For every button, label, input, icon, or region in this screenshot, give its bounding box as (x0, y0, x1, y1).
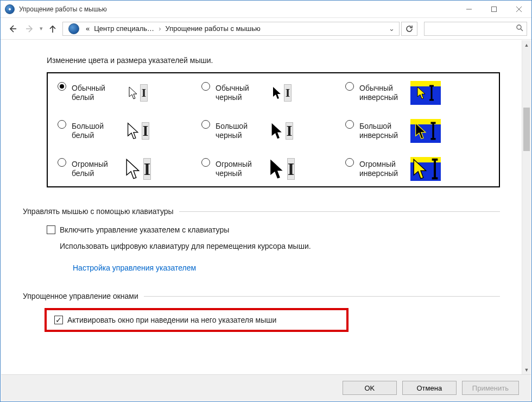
radio-regular-black[interactable] (201, 82, 210, 91)
group-heading-keyboard: Управлять мышью с помощью клавиатуры (23, 207, 174, 216)
radio-label: Огромныйбелый (72, 160, 117, 179)
pointer-option-regular-black[interactable]: Обычныйчерный I (201, 81, 345, 105)
back-button[interactable] (5, 21, 20, 36)
mouse-keys-description: Использовать цифровую клавиатуру для пер… (60, 242, 500, 250)
group-heading-windows: Упрощенное управление окнами (23, 292, 138, 300)
link-mouse-keys-settings[interactable]: Настройка управления указателем (73, 263, 500, 272)
checkbox-activate-on-hover-label: Активировать окно при наведении на него … (67, 316, 276, 324)
cursor-preview: I (123, 157, 153, 181)
titlebar: Упрощение работы с мышью (1, 1, 531, 18)
radio-extra-large-black[interactable] (201, 158, 210, 167)
cursor-preview (410, 81, 441, 105)
group-keyboard-control: Управлять мышью с помощью клавиатуры Вкл… (23, 207, 500, 272)
breadcrumb-item-2[interactable]: Упрощение работы с мышью (165, 24, 260, 33)
radio-label: Огромныйинверсный (359, 160, 405, 179)
radio-label: Огромныйчерный (216, 160, 261, 179)
radio-label: Обычныйинверсный (359, 84, 405, 103)
breadcrumb-item-1[interactable]: Центр специаль… (94, 24, 154, 33)
radio-regular-white[interactable] (58, 82, 66, 91)
radio-label: Большойинверсный (359, 122, 405, 141)
close-button[interactable] (506, 1, 531, 17)
radio-label: Обычныйбелый (72, 84, 117, 103)
search-icon[interactable] (516, 24, 523, 33)
pointer-option-extra-large-inverted[interactable]: Огромныйинверсный (345, 157, 489, 181)
pointer-option-regular-inverted[interactable]: Обычныйинверсный (345, 81, 489, 105)
radio-extra-large-white[interactable] (58, 158, 66, 167)
navbar: ▾ « Центр специаль… › Упрощение работы с… (1, 18, 531, 40)
radio-large-inverted[interactable] (345, 120, 354, 129)
radio-large-white[interactable] (58, 120, 66, 129)
radio-large-black[interactable] (201, 120, 210, 129)
section-heading-pointers-cutoff: X (22, 40, 509, 45)
pointer-section-description: Изменение цвета и размера указателей мыш… (47, 56, 509, 65)
vertical-scrollbar[interactable]: ▲ ▼ (522, 40, 531, 374)
checkbox-mouse-keys-label: Включить управление указателем с клавиат… (60, 225, 229, 234)
search-box[interactable] (424, 22, 527, 36)
radio-label: Обычныйчерный (216, 84, 261, 103)
window-controls (457, 1, 531, 17)
recent-dropdown-icon[interactable]: ▾ (40, 25, 43, 32)
radio-regular-inverted[interactable] (345, 82, 354, 91)
pointer-option-regular-white[interactable]: Обычныйбелый I (58, 81, 201, 105)
svg-line-8 (521, 29, 523, 31)
cursor-preview: I (267, 157, 297, 181)
checkbox-activate-on-hover-box[interactable] (54, 316, 63, 324)
breadcrumb-prefix: « (86, 24, 90, 33)
cancel-button[interactable]: Отмена (402, 381, 457, 395)
button-bar: OK Отмена Применить (1, 374, 531, 401)
refresh-button[interactable] (401, 22, 417, 36)
highlight-activate-on-hover: Активировать окно при наведении на него … (45, 308, 349, 332)
svg-rect-1 (492, 7, 497, 11)
group-window-management: Упрощенное управление окнами Активироват… (23, 292, 500, 332)
checkbox-mouse-keys-box[interactable] (47, 225, 55, 234)
control-panel-icon (68, 23, 79, 34)
radio-label: Большойбелый (72, 122, 117, 141)
pointer-option-large-inverted[interactable]: Большойинверсный (345, 119, 489, 143)
pointer-option-large-black[interactable]: Большойчерный I (201, 119, 345, 143)
search-input[interactable] (428, 24, 516, 33)
cursor-preview: I (267, 81, 297, 105)
content-area: X Изменение цвета и размера указателей м… (1, 40, 531, 374)
radio-extra-large-inverted[interactable] (345, 158, 354, 167)
ok-button[interactable]: OK (343, 381, 397, 395)
apply-button[interactable]: Применить (462, 381, 519, 395)
up-button[interactable] (45, 21, 60, 36)
pointer-option-large-white[interactable]: Большойбелый I (58, 119, 201, 143)
svg-point-7 (517, 25, 521, 29)
cursor-preview: I (123, 119, 153, 143)
maximize-button[interactable] (482, 1, 506, 17)
minimize-button[interactable] (457, 1, 482, 17)
forward-button[interactable] (22, 21, 37, 36)
cursor-preview (410, 119, 441, 143)
checkbox-mouse-keys[interactable]: Включить управление указателем с клавиат… (47, 225, 500, 234)
scroll-down-icon[interactable]: ▼ (522, 365, 531, 374)
breadcrumb-bar[interactable]: « Центр специаль… › Упрощение работы с м… (62, 22, 400, 36)
pointer-option-extra-large-black[interactable]: Огромныйчерный I (201, 157, 345, 181)
checkbox-activate-on-hover[interactable]: Активировать окно при наведении на него … (54, 316, 339, 324)
pointer-option-extra-large-white[interactable]: Огромныйбелый I (58, 157, 201, 181)
cursor-preview (410, 157, 441, 181)
radio-label: Большойчерный (216, 122, 261, 141)
app-icon (5, 4, 15, 14)
cursor-preview: I (267, 119, 297, 143)
divider (179, 211, 500, 212)
scroll-up-icon[interactable]: ▲ (522, 40, 531, 49)
divider (144, 296, 500, 297)
breadcrumb-dropdown-icon[interactable]: ⌄ (387, 24, 396, 33)
scrollbar-thumb[interactable] (523, 108, 530, 151)
window-title: Упрощение работы с мышью (19, 5, 457, 13)
chevron-right-icon: › (159, 24, 161, 33)
cursor-preview: I (123, 81, 153, 105)
pointer-scheme-box: Обычныйбелый I Обычныйчерный I (47, 72, 500, 187)
